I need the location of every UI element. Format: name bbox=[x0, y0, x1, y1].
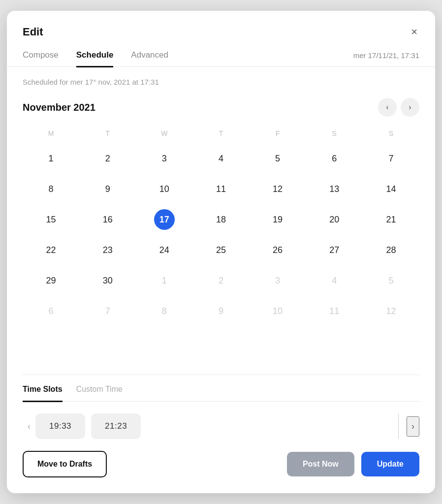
time-next-button[interactable]: › bbox=[407, 416, 419, 437]
next-month-button[interactable]: › bbox=[401, 98, 419, 117]
calendar-day[interactable]: 20 bbox=[306, 204, 363, 235]
day-header-fri: F bbox=[250, 126, 306, 143]
calendar-day[interactable]: 21 bbox=[363, 204, 419, 235]
move-to-drafts-button[interactable]: Move to Drafts bbox=[23, 451, 107, 477]
modal-footer: Move to Drafts Post Now Update bbox=[7, 439, 435, 493]
time-section: Time Slots Custom Time ‹ 19:33 21:23 › bbox=[7, 375, 435, 439]
time-slot-2[interactable]: 21:23 bbox=[91, 413, 141, 439]
time-tab-custom[interactable]: Custom Time bbox=[76, 385, 123, 402]
calendar-day[interactable]: 28 bbox=[363, 235, 419, 265]
tab-schedule[interactable]: Schedule bbox=[76, 50, 114, 67]
calendar-day[interactable]: 9 bbox=[79, 174, 136, 204]
post-now-button[interactable]: Post Now bbox=[287, 452, 354, 476]
calendar-day[interactable]: 13 bbox=[306, 174, 363, 204]
day-header-wed: W bbox=[136, 126, 192, 143]
calendar-day[interactable]: 29 bbox=[23, 265, 79, 296]
calendar-day: 9 bbox=[192, 296, 249, 326]
calendar-day: 7 bbox=[79, 296, 136, 326]
time-slots: 19:33 21:23 bbox=[35, 413, 390, 439]
edit-modal: Edit × Compose Schedule Advanced mer 17/… bbox=[7, 11, 435, 493]
day-header-sun: S bbox=[363, 126, 419, 143]
calendar-day: 12 bbox=[363, 296, 419, 326]
calendar-day: 6 bbox=[23, 296, 79, 326]
tab-compose[interactable]: Compose bbox=[23, 50, 59, 67]
tab-advanced[interactable]: Advanced bbox=[131, 50, 168, 67]
calendar-day[interactable]: 10 bbox=[136, 174, 192, 204]
calendar-day[interactable]: 5 bbox=[250, 143, 306, 174]
time-prev-button[interactable]: ‹ bbox=[23, 417, 35, 436]
close-button[interactable]: × bbox=[409, 25, 419, 39]
calendar-day[interactable]: 27 bbox=[306, 235, 363, 265]
calendar-day[interactable]: 23 bbox=[79, 235, 136, 265]
calendar-nav-buttons: ‹ › bbox=[378, 98, 419, 117]
update-button[interactable]: Update bbox=[361, 452, 419, 476]
day-header-mon: M bbox=[23, 126, 79, 143]
calendar-day[interactable]: 4 bbox=[192, 143, 249, 174]
calendar-day[interactable]: 2 bbox=[79, 143, 136, 174]
calendar-day[interactable]: 8 bbox=[23, 174, 79, 204]
footer-right-buttons: Post Now Update bbox=[287, 452, 419, 476]
calendar-day: 11 bbox=[306, 296, 363, 326]
tab-date-display: mer 17/11/21, 17:31 bbox=[353, 51, 419, 66]
prev-month-button[interactable]: ‹ bbox=[378, 98, 397, 117]
modal-title: Edit bbox=[23, 26, 43, 38]
calendar-day: 2 bbox=[192, 265, 249, 296]
time-slot-1[interactable]: 19:33 bbox=[35, 413, 85, 439]
calendar-day[interactable]: 26 bbox=[250, 235, 306, 265]
month-title: November 2021 bbox=[23, 102, 95, 113]
calendar-day[interactable]: 17 bbox=[136, 204, 192, 235]
calendar-day[interactable]: 15 bbox=[23, 204, 79, 235]
modal-header: Edit × bbox=[7, 11, 435, 39]
calendar-day[interactable]: 22 bbox=[23, 235, 79, 265]
time-slots-row: ‹ 19:33 21:23 › bbox=[23, 413, 419, 439]
calendar-day[interactable]: 18 bbox=[192, 204, 249, 235]
calendar-day: 5 bbox=[363, 265, 419, 296]
calendar-day: 3 bbox=[250, 265, 306, 296]
calendar-day[interactable]: 3 bbox=[136, 143, 192, 174]
calendar-day[interactable]: 12 bbox=[250, 174, 306, 204]
calendar-day[interactable]: 1 bbox=[23, 143, 79, 174]
day-header-sat: S bbox=[306, 126, 363, 143]
time-tab-slots[interactable]: Time Slots bbox=[23, 385, 63, 402]
scheduled-info: Scheduled for mer 17° nov, 2021 at 17:31 bbox=[7, 67, 435, 90]
calendar-day: 1 bbox=[136, 265, 192, 296]
calendar-day[interactable]: 24 bbox=[136, 235, 192, 265]
calendar-day[interactable]: 11 bbox=[192, 174, 249, 204]
calendar-day: 8 bbox=[136, 296, 192, 326]
calendar-day[interactable]: 6 bbox=[306, 143, 363, 174]
calendar-day[interactable]: 25 bbox=[192, 235, 249, 265]
time-slot-divider bbox=[398, 414, 399, 439]
calendar-section: November 2021 ‹ › M T W T F S S bbox=[7, 90, 435, 366]
calendar-day: 4 bbox=[306, 265, 363, 296]
calendar-day[interactable]: 30 bbox=[79, 265, 136, 296]
calendar-day[interactable]: 19 bbox=[250, 204, 306, 235]
time-tabs-row: Time Slots Custom Time bbox=[23, 375, 419, 402]
calendar-grid: M T W T F S S 12345678910111213141516171… bbox=[23, 126, 419, 326]
tabs-left: Compose Schedule Advanced bbox=[23, 49, 168, 66]
calendar-day[interactable]: 7 bbox=[363, 143, 419, 174]
calendar-header: November 2021 ‹ › bbox=[23, 98, 419, 117]
calendar-day[interactable]: 16 bbox=[79, 204, 136, 235]
calendar-day[interactable]: 14 bbox=[363, 174, 419, 204]
day-header-tue: T bbox=[79, 126, 136, 143]
day-header-thu: T bbox=[192, 126, 249, 143]
calendar-day: 10 bbox=[250, 296, 306, 326]
tabs-row: Compose Schedule Advanced mer 17/11/21, … bbox=[7, 49, 435, 67]
